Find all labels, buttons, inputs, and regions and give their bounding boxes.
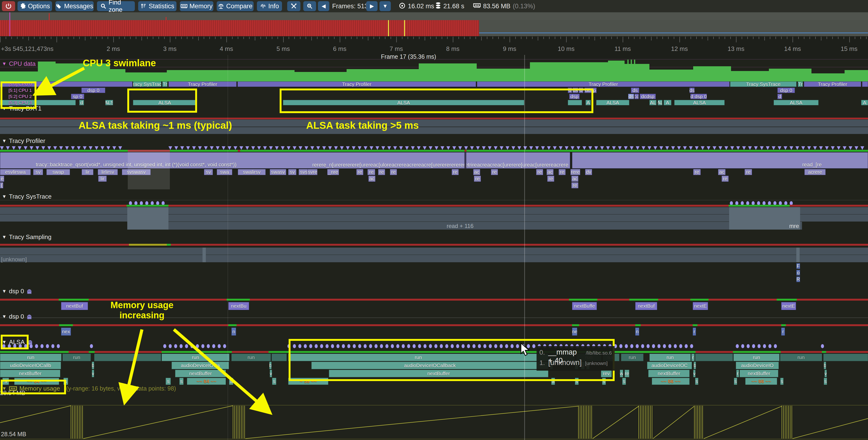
collapsed-zone-dot[interactable]: [340, 146, 344, 150]
collapsed-zone-dot[interactable]: [399, 146, 403, 150]
collapsed-zone-dot[interactable]: [417, 146, 421, 150]
collapsed-zone-dot[interactable]: [275, 146, 279, 150]
collapsed-zone-dot[interactable]: [848, 146, 852, 150]
zone[interactable]: ac: [547, 169, 554, 175]
collapsed-zone-dot[interactable]: [482, 146, 486, 150]
collapsed-zone-dot[interactable]: [364, 146, 367, 150]
collapsed-zone-dot[interactable]: [594, 146, 598, 150]
section-header-sampling[interactable]: ▼ Tracy Sampling: [2, 233, 51, 241]
collapsed-zone-dot[interactable]: [234, 146, 237, 150]
zone[interactable]: svre: [308, 169, 317, 175]
zone[interactable]: v: [270, 370, 272, 377]
zone[interactable]: [272, 354, 287, 361]
frame-overview-bar[interactable]: [0, 20, 479, 36]
zone[interactable]: sp 0: [71, 94, 84, 99]
collapse-icon[interactable]: ▼: [2, 289, 7, 294]
collapsed-zone-dot[interactable]: [370, 146, 373, 150]
collapsed-zone-dots[interactable]: [0, 201, 868, 205]
collapsed-zone-dot[interactable]: [223, 344, 226, 348]
collapsed-zone-dot[interactable]: [807, 146, 811, 150]
collapsed-zone-dot[interactable]: [476, 146, 480, 150]
zone[interactable]: audioDeviceIOC: [647, 362, 692, 369]
zone[interactable]: e: [0, 176, 4, 182]
collapsed-zone-dot[interactable]: [855, 146, 858, 150]
collapsed-zone-dot[interactable]: [352, 146, 355, 150]
collapsed-zone-dot[interactable]: [768, 344, 772, 348]
collapsed-zone-dot[interactable]: [547, 146, 551, 150]
collapsed-zone-dot[interactable]: [201, 344, 205, 348]
collapsed-zone-dot[interactable]: [641, 344, 644, 348]
collapsed-zone-dot[interactable]: [452, 146, 456, 150]
collapsed-zone-dot[interactable]: [801, 146, 805, 150]
zone[interactable]: b: [269, 362, 272, 369]
power-button[interactable]: [2, 1, 15, 11]
collapsed-zone-dot[interactable]: [685, 344, 688, 348]
zone[interactable]: _nre: [327, 169, 339, 175]
zone[interactable]: b: [694, 362, 696, 369]
collapsed-zone-dot[interactable]: [0, 146, 4, 150]
collapsed-zone-dot[interactable]: [674, 344, 677, 348]
zone[interactable]: run: [162, 354, 229, 361]
tiny-zone[interactable]: F: [796, 263, 800, 269]
zone[interactable]: n: [231, 328, 236, 335]
zone[interactable]: d: [79, 100, 84, 105]
zone[interactable]: run: [649, 354, 691, 361]
zone[interactable]: b: [92, 362, 94, 369]
zone[interactable]: ds: [631, 88, 639, 93]
zone[interactable]: nextBuffe: [572, 302, 597, 310]
zone[interactable]: nextBuf: [635, 302, 657, 310]
collapsed-zone-dot[interactable]: [689, 146, 693, 150]
collapsed-zone-dot[interactable]: [774, 344, 777, 348]
collapsed-zone-dot[interactable]: [169, 344, 172, 348]
zone[interactable]: re: [452, 169, 459, 175]
zone[interactable]: ac: [571, 176, 579, 182]
collapsed-zone-dot[interactable]: [861, 146, 864, 150]
collapsed-zone-dot[interactable]: [559, 146, 563, 150]
collapsed-zone-dot[interactable]: [600, 146, 604, 150]
collapsed-zone-dot[interactable]: [772, 146, 775, 150]
zone[interactable]: swa: [217, 169, 232, 175]
collapsed-zone-dot[interactable]: [185, 344, 188, 348]
collapsed-zone-dot[interactable]: [736, 146, 740, 150]
zone[interactable]: ne: [572, 328, 577, 335]
zone[interactable]: r: [781, 328, 785, 335]
zone-lavender[interactable]: read_[re: [572, 152, 868, 169]
collapsed-zone-dot[interactable]: [263, 146, 267, 150]
collapsed-zone-dot[interactable]: [663, 344, 666, 348]
collapsed-zone-dot[interactable]: [494, 146, 498, 150]
collapsed-zone-dot[interactable]: [754, 146, 758, 150]
collapsed-zone-dot[interactable]: [565, 146, 568, 150]
collapsed-zone-dot[interactable]: [174, 344, 177, 348]
zone[interactable]: sv: [33, 169, 43, 175]
collapsed-zone-dot[interactable]: [512, 146, 515, 150]
zone[interactable]: re: [356, 169, 363, 175]
zoom-search-button[interactable]: [303, 1, 316, 11]
zone[interactable]: ALSA: [674, 100, 725, 105]
collapsed-zone-dot[interactable]: [227, 146, 231, 150]
tiny-zone[interactable]: o: [796, 270, 800, 275]
frame-overview-empty[interactable]: [479, 20, 868, 36]
collapsed-zone-dot[interactable]: [212, 344, 215, 348]
collapsed-zone-dot[interactable]: [831, 146, 835, 150]
zone[interactable]: nextBuf: [61, 302, 88, 310]
zone[interactable]: re: [474, 176, 481, 182]
zone[interactable]: d: [777, 94, 782, 99]
collapsed-zone-dot[interactable]: [500, 146, 503, 150]
timeline-ruler[interactable]: +3s 545,121,473ns 2 ms3 ms4 ms5 ms6 ms7 …: [0, 36, 868, 59]
zone[interactable]: nextE: [693, 302, 708, 310]
collapsed-zone-dot[interactable]: [683, 146, 687, 150]
collapsed-zone-dot[interactable]: [328, 146, 332, 150]
zone[interactable]: Tracy Profiler: [804, 81, 861, 87]
zone[interactable]: r: [736, 370, 739, 377]
zone[interactable]: Tr: [162, 81, 167, 87]
zone[interactable]: swasv: [270, 169, 286, 175]
collapsed-zone-dot[interactable]: [57, 344, 60, 348]
zone[interactable]: re: [536, 169, 543, 175]
collapsed-zone-dot[interactable]: [6, 146, 10, 150]
zone[interactable]: s: [179, 378, 184, 385]
zone[interactable]: re: [693, 169, 701, 175]
zone[interactable]: run: [62, 354, 91, 361]
zone[interactable]: sv: [204, 169, 213, 175]
zone[interactable]: ds: [628, 94, 634, 99]
collapse-icon[interactable]: ▼: [2, 314, 7, 319]
